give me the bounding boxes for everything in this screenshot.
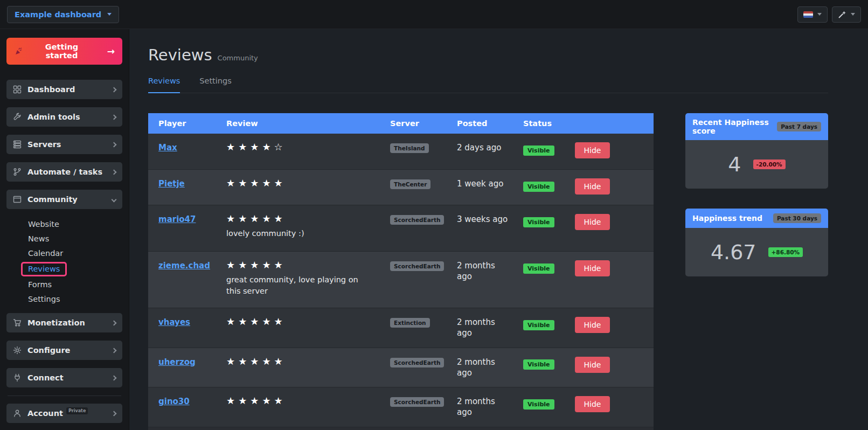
hide-button[interactable]: Hide bbox=[575, 142, 610, 158]
status-badge: Visible bbox=[523, 263, 554, 274]
table-header: Player Review Server Posted Status bbox=[148, 113, 654, 134]
period-badge: Past 30 days bbox=[773, 213, 821, 223]
language-button[interactable] bbox=[797, 6, 828, 23]
star-rating: ★★★★★ bbox=[226, 396, 390, 406]
sidebar-item-automate-tasks[interactable]: Automate / tasks bbox=[6, 162, 122, 182]
sidebar-item-account[interactable]: Account Private bbox=[6, 404, 122, 423]
grid-icon bbox=[13, 85, 22, 94]
chevron-right-icon bbox=[112, 87, 117, 92]
hide-button[interactable]: Hide bbox=[575, 214, 610, 230]
hide-button[interactable]: Hide bbox=[575, 260, 610, 276]
sidebar-item-configure[interactable]: Configure bbox=[6, 341, 122, 360]
private-badge: Private bbox=[66, 407, 88, 414]
submenu-item-calendar[interactable]: Calendar bbox=[28, 246, 122, 261]
card-title: Recent Happiness score bbox=[692, 118, 777, 135]
hide-button[interactable]: Hide bbox=[575, 178, 610, 195]
submenu-item-news[interactable]: News bbox=[28, 232, 122, 246]
posted-text: 2 months ago bbox=[457, 396, 508, 418]
star-rating: ★★★★★ bbox=[226, 178, 390, 188]
sidebar-item-community[interactable]: Community bbox=[6, 190, 122, 209]
sidebar-item-connect[interactable]: Connect bbox=[6, 368, 122, 387]
happiness-trend-card: Happiness trend Past 30 days 4.67 +86.80… bbox=[685, 209, 828, 276]
stats-column: Recent Happiness score Past 7 days 4 -20… bbox=[685, 113, 828, 430]
sidebar-item-label: Automate / tasks bbox=[27, 168, 102, 176]
sidebar-item-label: Servers bbox=[27, 140, 61, 149]
submenu-item-settings[interactable]: Settings bbox=[28, 292, 122, 307]
posted-text: 2 months ago bbox=[457, 260, 508, 282]
plug-icon bbox=[13, 373, 22, 382]
gear-icon bbox=[13, 346, 22, 355]
tab-settings[interactable]: Settings bbox=[199, 73, 231, 93]
review-cell: ★★★★★ bbox=[226, 357, 390, 366]
player-link[interactable]: zieme.chad bbox=[158, 261, 210, 271]
status-badge: Visible bbox=[523, 217, 554, 227]
sidebar: Getting started → Dashboard Admin tools … bbox=[0, 29, 129, 430]
star-rating: ★★★★★ bbox=[226, 260, 390, 270]
submenu-item-website[interactable]: Website bbox=[28, 217, 122, 232]
star-rating: ★★★★☆ bbox=[226, 142, 390, 152]
sidebar-item-label: Community bbox=[27, 195, 78, 204]
page-title: Reviews bbox=[148, 46, 212, 64]
hide-button[interactable]: Hide bbox=[575, 357, 610, 373]
chevron-right-icon bbox=[112, 411, 117, 416]
table-row: Max ★★★★☆ TheIsland 2 days ago Visible H… bbox=[148, 134, 654, 169]
chevron-right-icon bbox=[112, 375, 117, 380]
status-badge: Visible bbox=[523, 399, 554, 410]
chevron-down-icon bbox=[851, 13, 855, 16]
server-badge: ScorchedEarth bbox=[390, 397, 444, 407]
community-submenu: Website News Calendar Reviews Forms Sett… bbox=[6, 217, 122, 313]
sidebar-item-label: Monetization bbox=[27, 318, 85, 327]
table-row-partial bbox=[148, 427, 654, 430]
column-header-review: Review bbox=[226, 119, 390, 128]
server-badge: TheCenter bbox=[390, 179, 430, 189]
server-badge: ScorchedEarth bbox=[390, 358, 444, 367]
hide-button[interactable]: Hide bbox=[575, 396, 610, 412]
player-link[interactable]: uherzog bbox=[158, 357, 196, 367]
posted-text: 2 months ago bbox=[457, 317, 508, 339]
sidebar-item-admin-tools[interactable]: Admin tools bbox=[6, 107, 122, 127]
server-stack-icon bbox=[13, 140, 22, 149]
main-content: Reviews Community Reviews Settings Playe… bbox=[129, 29, 868, 430]
getting-started-button[interactable]: Getting started → bbox=[6, 38, 122, 65]
status-badge: Visible bbox=[523, 145, 554, 156]
player-link[interactable]: Max bbox=[158, 143, 177, 152]
player-link[interactable]: mario47 bbox=[158, 214, 196, 224]
submenu-item-forms[interactable]: Forms bbox=[28, 278, 122, 292]
server-badge: Extinction bbox=[390, 318, 430, 328]
star-rating: ★★★★★ bbox=[226, 317, 390, 327]
column-header-player: Player bbox=[148, 119, 226, 128]
hide-button[interactable]: Hide bbox=[575, 317, 610, 333]
server-badge: TheIsland bbox=[390, 143, 429, 153]
review-cell: ★★★★★ bbox=[226, 178, 390, 188]
dashboard-selector-button[interactable]: Example dashboard bbox=[7, 6, 119, 23]
topbar-right-actions bbox=[797, 6, 861, 23]
status-badge: Visible bbox=[523, 182, 554, 192]
sidebar-item-servers[interactable]: Servers bbox=[6, 135, 122, 154]
chevron-right-icon bbox=[112, 142, 117, 147]
chevron-right-icon bbox=[112, 348, 117, 353]
period-badge: Past 7 days bbox=[777, 122, 821, 131]
column-header-server: Server bbox=[390, 119, 457, 128]
tab-reviews[interactable]: Reviews bbox=[148, 73, 180, 93]
review-cell: ★★★★★ lovely community :) bbox=[226, 214, 390, 239]
posted-text: 2 days ago bbox=[457, 142, 508, 153]
player-link[interactable]: vhayes bbox=[158, 317, 190, 327]
tools-button[interactable] bbox=[832, 6, 861, 23]
sidebar-item-monetization[interactable]: Monetization bbox=[6, 313, 122, 332]
posted-text: 1 week ago bbox=[457, 178, 508, 189]
table-row: mario47 ★★★★★ lovely community :) Scorch… bbox=[148, 205, 654, 251]
player-link[interactable]: Pietje bbox=[158, 179, 185, 189]
sidebar-item-label: Configure bbox=[27, 346, 70, 355]
server-badge: ScorchedEarth bbox=[390, 215, 444, 225]
server-badge: ScorchedEarth bbox=[390, 261, 444, 271]
card-value: 4.67 bbox=[711, 240, 756, 264]
card-value: 4 bbox=[728, 152, 741, 176]
table-row: gino30 ★★★★★ ScorchedEarth 2 months ago … bbox=[148, 387, 654, 427]
submenu-item-reviews[interactable]: Reviews bbox=[21, 262, 67, 276]
review-comment: great community, love playing on this se… bbox=[226, 274, 365, 297]
table-row: vhayes ★★★★★ Extinction 2 months ago Vis… bbox=[148, 308, 654, 348]
reviews-table: Player Review Server Posted Status Max ★… bbox=[148, 113, 654, 430]
player-link[interactable]: gino30 bbox=[158, 397, 190, 406]
table-body: Max ★★★★☆ TheIsland 2 days ago Visible H… bbox=[148, 134, 654, 430]
sidebar-item-dashboard[interactable]: Dashboard bbox=[6, 80, 122, 99]
